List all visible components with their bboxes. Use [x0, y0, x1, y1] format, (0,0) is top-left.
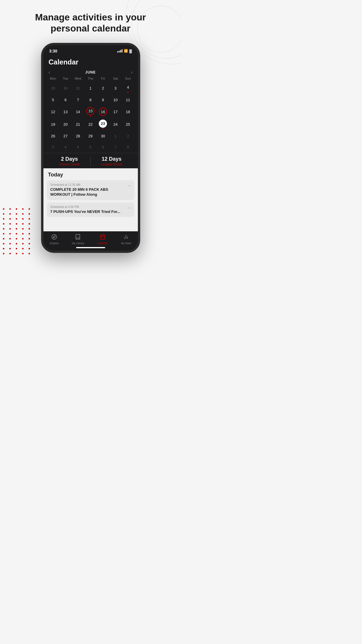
my-library-label: My Library: [72, 242, 84, 245]
workout-title-2: 7 PUSH-UPS You've NEVER Tried For...: [50, 209, 131, 214]
month-navigation: ‹ JUNE ›: [43, 68, 138, 76]
table-row[interactable]: 8: [122, 142, 134, 153]
table-row[interactable]: 7: [72, 94, 84, 106]
current-streak-label: Current Streak: [49, 162, 91, 166]
table-row[interactable]: 19: [47, 118, 59, 131]
today-section: Today Scheduled at 11:35 AM COMPLETE 20 …: [43, 168, 138, 231]
current-streak: 2 Days Current Streak: [49, 156, 91, 166]
table-row[interactable]: 9: [97, 94, 109, 106]
table-row[interactable]: 27: [59, 131, 72, 142]
workout-card-2[interactable]: Scheduled at 4:50 PM 7 PUSH-UPS You've N…: [47, 202, 134, 217]
table-row[interactable]: 22: [84, 118, 97, 131]
status-time: 3:30: [49, 49, 57, 53]
nav-calendar[interactable]: Calendar: [97, 234, 108, 245]
table-row[interactable]: 10: [109, 94, 122, 106]
day-header-fri: Fri: [97, 76, 109, 81]
table-row[interactable]: 23: [97, 118, 109, 131]
table-row[interactable]: 17: [109, 106, 122, 118]
table-row[interactable]: 24: [109, 118, 122, 131]
phone-mockup: 3:30 📶 ▓ Calendar ‹ JUNE: [0, 40, 181, 253]
workout-scheduled-2: Scheduled at 4:50 PM: [50, 205, 131, 209]
svg-marker-4: [53, 236, 55, 238]
table-row[interactable]: 14: [72, 106, 84, 118]
nav-my-library[interactable]: My Library: [72, 234, 84, 245]
table-row[interactable]: 7: [109, 142, 122, 153]
table-row[interactable]: 12: [47, 106, 59, 118]
table-row[interactable]: 4: [72, 142, 84, 153]
calendar-grid: Mon Tue Wed Thu Fri Sat Sun 29 30 31 1 2: [43, 76, 138, 153]
svg-point-3: [52, 234, 57, 239]
workout-scheduled-1: Scheduled at 11:35 AM: [50, 183, 131, 186]
table-row[interactable]: 6: [59, 94, 72, 106]
month-label: JUNE: [85, 70, 96, 74]
day-header-wed: Wed: [72, 76, 84, 81]
table-row[interactable]: 31: [72, 82, 84, 94]
table-row[interactable]: 20: [59, 118, 72, 131]
my-stats-label: My Stats: [121, 242, 131, 245]
home-bar: [76, 247, 105, 248]
table-row[interactable]: 25: [122, 118, 134, 131]
signal-icon: [117, 49, 122, 52]
table-row[interactable]: 5: [47, 94, 59, 106]
status-bar: 3:30 📶 ▓: [43, 45, 138, 55]
table-row[interactable]: 2: [97, 82, 109, 94]
table-row[interactable]: 2: [122, 131, 134, 142]
table-row[interactable]: 4: [59, 142, 72, 153]
table-row[interactable]: 16: [97, 106, 109, 118]
screen-content: Calendar ‹ JUNE › Mon Tue Wed Thu Fri Sa…: [43, 55, 138, 251]
day-header-sat: Sat: [109, 76, 122, 81]
nav-explore[interactable]: Explore: [50, 234, 59, 245]
table-row[interactable]: 15: [84, 106, 97, 118]
table-row[interactable]: 26: [47, 131, 59, 142]
table-row[interactable]: 30: [97, 131, 109, 142]
days-grid: 29 30 31 1 2 3 4 5 6 7 8 9 10 11 12: [47, 82, 134, 153]
day-header-sun: Sun: [122, 76, 134, 81]
table-row[interactable]: 28: [72, 131, 84, 142]
table-row[interactable]: 3: [47, 142, 59, 153]
workout-more-button-2[interactable]: ···: [127, 205, 131, 211]
explore-label: Explore: [50, 242, 59, 245]
battery-icon: ▓: [129, 49, 132, 53]
nav-my-stats[interactable]: My Stats: [121, 234, 131, 245]
table-row[interactable]: 18: [122, 106, 134, 118]
longest-streak-label: Longest Streak: [91, 162, 133, 166]
table-row[interactable]: 11: [122, 94, 134, 106]
table-row[interactable]: 21: [72, 118, 84, 131]
day-header-tue: Tue: [59, 76, 72, 81]
bottom-navigation: Explore My Library: [43, 231, 138, 246]
longest-streak: 12 Days Longest Streak: [91, 156, 133, 166]
prev-month-button[interactable]: ‹: [49, 70, 50, 75]
table-row[interactable]: 13: [59, 106, 72, 118]
my-stats-icon: [123, 234, 129, 241]
calendar-label: Calendar: [97, 242, 108, 245]
table-row[interactable]: 3: [109, 82, 122, 94]
current-streak-number: 2 Days: [49, 156, 91, 162]
workout-more-button-1[interactable]: ···: [127, 183, 131, 188]
wifi-icon: 📶: [124, 49, 128, 53]
my-library-icon: [75, 234, 81, 241]
day-header-thu: Thu: [84, 76, 97, 81]
table-row[interactable]: 4: [122, 82, 134, 94]
table-row[interactable]: 6: [97, 142, 109, 153]
streak-section: 2 Days Current Streak 12 Days Longest St…: [43, 153, 138, 168]
longest-streak-number: 12 Days: [91, 156, 133, 162]
phone-screen: 3:30 📶 ▓ Calendar ‹ JUNE: [41, 43, 140, 253]
table-row[interactable]: 30: [59, 82, 72, 94]
explore-icon: [51, 234, 57, 241]
calendar-header: Calendar: [43, 55, 138, 68]
table-row[interactable]: 1: [109, 131, 122, 142]
workout-card-1[interactable]: Scheduled at 11:35 AM COMPLETE 20 MIN 6 …: [47, 180, 134, 200]
table-row[interactable]: 29: [47, 82, 59, 94]
next-month-button[interactable]: ›: [131, 70, 132, 75]
table-row[interactable]: 1: [84, 82, 97, 94]
table-row[interactable]: 29: [84, 131, 97, 142]
day-header-mon: Mon: [47, 76, 59, 81]
table-row[interactable]: 8: [84, 94, 97, 106]
day-headers: Mon Tue Wed Thu Fri Sat Sun: [47, 76, 134, 81]
today-header: Today: [43, 168, 138, 180]
workout-title-1: COMPLETE 20 MIN 6 PACK ABS WORKOUT | Fol…: [50, 187, 131, 197]
table-row[interactable]: 5: [84, 142, 97, 153]
page-title: Manage activities in your personal calen…: [0, 0, 181, 40]
status-icons: 📶 ▓: [117, 49, 132, 53]
home-indicator: [43, 246, 138, 251]
